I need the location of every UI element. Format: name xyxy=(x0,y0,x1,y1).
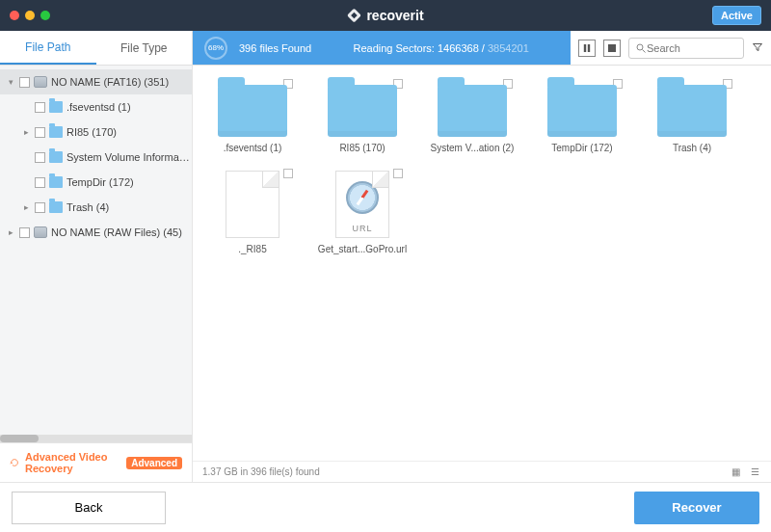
folder-icon xyxy=(328,85,397,137)
folder-icon xyxy=(218,85,287,137)
folder-icon xyxy=(547,85,617,137)
checkbox[interactable] xyxy=(19,227,30,238)
pause-icon xyxy=(583,44,591,52)
content-footer: 1.37 GB in 396 file(s) found ▦ ☰ xyxy=(193,461,771,482)
tree-label: System Volume Information (2) xyxy=(66,151,192,163)
chevron-right-icon[interactable]: ▸ xyxy=(6,227,15,237)
file-icon xyxy=(226,171,279,238)
close-window-button[interactable] xyxy=(10,11,19,20)
content-pane: .fseventsd (1) RI85 (170) System V...ati… xyxy=(193,66,771,482)
checkbox[interactable] xyxy=(35,102,45,113)
tree-node-disk[interactable]: ▸ NO NAME (RAW Files) (45) xyxy=(0,220,192,245)
checkbox[interactable] xyxy=(283,169,293,178)
item-label: System V...ation (2) xyxy=(424,143,520,153)
svg-point-5 xyxy=(637,44,643,50)
tree-label: NO NAME (FAT16) (351) xyxy=(51,76,192,88)
advanced-label: Advanced Video Recovery xyxy=(25,451,120,474)
advanced-video-recovery[interactable]: Advanced Video Recovery Advanced xyxy=(0,442,192,482)
tree-node-folder[interactable]: ▸ Trash (4) xyxy=(0,195,192,220)
minimize-window-button[interactable] xyxy=(25,11,35,20)
search-box[interactable] xyxy=(628,38,744,59)
disk-icon xyxy=(34,226,47,238)
chevron-down-icon[interactable]: ▾ xyxy=(6,77,15,87)
grid-item-folder[interactable]: TempDir (172) xyxy=(534,77,630,153)
filter-icon xyxy=(752,41,763,53)
tree-label: RI85 (170) xyxy=(66,126,192,138)
item-label: .fseventsd (1) xyxy=(204,143,301,153)
files-found-label: 396 files Found xyxy=(239,42,311,54)
tree-node-folder[interactable]: System Volume Information (2) xyxy=(0,145,192,170)
maximize-window-button[interactable] xyxy=(40,11,50,20)
folder-icon xyxy=(49,201,63,213)
grid-item-folder[interactable]: .fseventsd (1) xyxy=(204,77,301,153)
chevron-right-icon[interactable]: ▸ xyxy=(21,127,31,137)
disk-icon xyxy=(34,76,47,88)
brand-text: recoverit xyxy=(366,8,423,23)
grid-view-button[interactable]: ▦ xyxy=(729,466,742,479)
titlebar: recoverit Active xyxy=(0,0,771,31)
folder-icon xyxy=(438,85,507,137)
tab-file-type[interactable]: File Type xyxy=(96,31,193,65)
checkbox[interactable] xyxy=(393,169,403,178)
grid-item-file[interactable]: ._RI85 xyxy=(204,167,301,254)
tab-file-path[interactable]: File Path xyxy=(0,31,96,65)
file-tree: ▾ NO NAME (FAT16) (351) .fseventsd (1) ▸… xyxy=(0,66,192,435)
folder-icon xyxy=(49,126,63,138)
tree-label: NO NAME (RAW Files) (45) xyxy=(51,226,192,238)
list-view-button[interactable]: ☰ xyxy=(748,466,761,479)
search-icon xyxy=(635,42,647,54)
checkbox[interactable] xyxy=(35,127,45,138)
brand-icon xyxy=(347,9,360,22)
scan-progress-ring: 68% xyxy=(204,37,227,60)
sidebar-scrollbar[interactable] xyxy=(0,435,192,442)
chevron-right-icon[interactable]: ▸ xyxy=(21,202,31,212)
recover-button[interactable]: Recover xyxy=(634,492,759,524)
item-label: Trash (4) xyxy=(644,143,740,153)
stop-scan-button[interactable] xyxy=(603,40,621,57)
search-input[interactable] xyxy=(647,42,733,54)
svg-rect-3 xyxy=(588,44,590,52)
url-file-icon: URL xyxy=(335,171,389,238)
svg-line-6 xyxy=(643,49,646,52)
sectors-status: Reading Sectors: 1466368 / 3854201 xyxy=(323,42,559,54)
safari-compass-icon xyxy=(346,181,379,214)
stop-icon xyxy=(608,44,616,52)
tree-label: .fseventsd (1) xyxy=(66,101,192,113)
checkbox[interactable] xyxy=(35,202,45,213)
grid-item-folder[interactable]: RI85 (170) xyxy=(314,77,411,153)
grid-item-folder[interactable]: Trash (4) xyxy=(644,77,740,153)
grid-item-url[interactable]: URLGet_start...GoPro.url xyxy=(314,167,411,254)
license-active-badge[interactable]: Active xyxy=(712,6,761,25)
pause-scan-button[interactable] xyxy=(578,40,596,57)
folder-icon xyxy=(49,101,63,113)
checkbox[interactable] xyxy=(35,177,45,188)
folder-icon xyxy=(49,151,63,163)
scan-percent: 68% xyxy=(208,43,224,52)
advanced-badge: Advanced xyxy=(126,457,182,469)
footer-summary: 1.37 GB in 396 file(s) found xyxy=(202,466,320,477)
tree-node-folder[interactable]: TempDir (172) xyxy=(0,170,192,195)
tree-label: Trash (4) xyxy=(66,201,192,213)
tree-node-folder[interactable]: .fseventsd (1) xyxy=(0,94,192,120)
brand-logo: recoverit xyxy=(347,8,423,23)
checkbox[interactable] xyxy=(19,77,30,88)
toolbar-right xyxy=(571,31,771,65)
tree-node-folder[interactable]: ▸ RI85 (170) xyxy=(0,120,192,145)
back-button[interactable]: Back xyxy=(12,492,166,524)
view-toggle: ▦ ☰ xyxy=(729,466,761,479)
main-area: ▾ NO NAME (FAT16) (351) .fseventsd (1) ▸… xyxy=(0,66,771,482)
checkbox[interactable] xyxy=(35,152,45,163)
item-label: Get_start...GoPro.url xyxy=(314,244,411,254)
item-label: ._RI85 xyxy=(204,244,301,254)
toolbar: File Path File Type 68% 396 files Found … xyxy=(0,31,771,66)
item-label: RI85 (170) xyxy=(314,143,411,153)
sidebar-tabs: File Path File Type xyxy=(0,31,193,65)
sidebar: ▾ NO NAME (FAT16) (351) .fseventsd (1) ▸… xyxy=(0,66,193,482)
tree-node-disk[interactable]: ▾ NO NAME (FAT16) (351) xyxy=(0,69,192,94)
folder-icon xyxy=(49,176,63,188)
folder-icon xyxy=(657,85,727,137)
filter-button[interactable] xyxy=(752,41,763,55)
refresh-icon xyxy=(10,456,19,469)
tree-label: TempDir (172) xyxy=(66,176,192,188)
grid-item-folder[interactable]: System V...ation (2) xyxy=(424,77,520,153)
